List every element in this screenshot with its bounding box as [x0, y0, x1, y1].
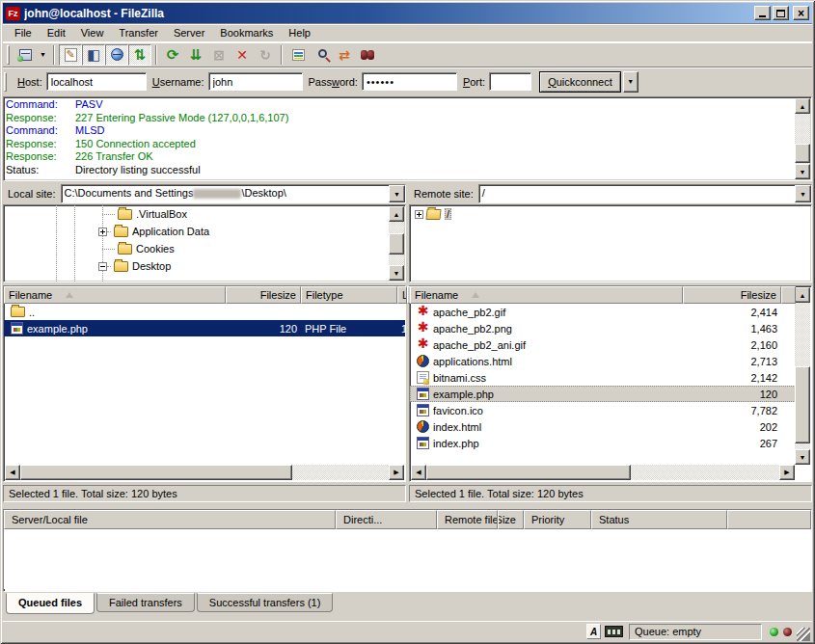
hscroll-thumb[interactable] [426, 465, 631, 480]
scroll-up-icon[interactable]: ▲ [795, 98, 810, 114]
menu-item-help[interactable]: Help [281, 25, 318, 40]
log-scrollbar[interactable]: ▲ ▼ [795, 98, 810, 179]
file-row-example-php[interactable]: example.php120 [410, 386, 796, 402]
folder-icon [118, 209, 132, 220]
local-site-combobox[interactable]: C:\Documents and Settings\Desktop\ ▼ [61, 184, 406, 203]
local-hscrollbar[interactable]: ◀ ▶ [5, 465, 404, 480]
hscroll-thumb[interactable] [20, 465, 292, 480]
process-queue-button[interactable]: ⇊ [184, 44, 207, 66]
tree-item--virtualbox[interactable]: .VirtualBox [4, 205, 389, 223]
scroll-left-icon[interactable]: ◀ [411, 465, 426, 480]
synchronized-browsing-button[interactable]: ⇄ [333, 44, 356, 66]
scroll-right-icon[interactable]: ▶ [389, 465, 404, 480]
message-log: Command:PASVResponse:227 Entering Passiv… [3, 96, 812, 181]
tree-item-cookies[interactable]: Cookies [4, 240, 389, 257]
tab-queued-files[interactable]: Queued files [6, 593, 95, 614]
toggle-message-log-button[interactable] [59, 44, 82, 66]
filter-button[interactable] [286, 44, 310, 66]
resize-grip[interactable] [797, 628, 810, 641]
log-scroll-thumb[interactable] [795, 144, 810, 163]
reconnect-button[interactable]: ↻ [254, 44, 277, 66]
scroll-down-icon[interactable]: ▼ [795, 449, 810, 465]
remote-site-combobox[interactable]: / ▼ [478, 184, 812, 203]
file-row--[interactable]: .. [4, 304, 405, 320]
minimize-button[interactable] [754, 6, 771, 20]
column-header-last-modified[interactable]: Last modified [397, 286, 407, 304]
column-header-priority[interactable]: Priority [524, 510, 591, 529]
refresh-button[interactable]: ⟳ [161, 44, 184, 66]
chevron-down-icon[interactable]: ▼ [795, 185, 811, 202]
quickconnect-dropdown-button[interactable]: ▼ [623, 71, 638, 93]
column-header-filesize[interactable]: Filesize [226, 286, 301, 304]
menu-item-file[interactable]: File [7, 25, 40, 40]
menu-item-server[interactable]: Server [166, 25, 212, 40]
local-tree-scrollbar[interactable]: ▲ ▼ [389, 206, 404, 281]
host-input[interactable] [46, 72, 147, 91]
compare-button[interactable] [310, 44, 333, 66]
scroll-right-icon[interactable]: ▶ [779, 465, 795, 480]
scroll-up-icon[interactable]: ▲ [795, 287, 810, 303]
expand-icon[interactable] [98, 228, 107, 236]
chevron-down-icon[interactable]: ▼ [389, 185, 405, 202]
find-button[interactable] [356, 44, 379, 66]
toolbar-grip[interactable] [4, 72, 7, 92]
column-header-server-local-file[interactable]: Server/Local file [4, 510, 336, 529]
menu-item-transfer[interactable]: Transfer [111, 25, 166, 40]
scroll-left-icon[interactable]: ◀ [5, 465, 20, 480]
tree-item-application-data[interactable]: Application Data [4, 223, 389, 240]
username-input[interactable] [208, 72, 303, 91]
column-header-status[interactable]: Status [591, 510, 727, 529]
toolbar-grip[interactable] [7, 45, 10, 65]
menu-item-bookmarks[interactable]: Bookmarks [212, 25, 281, 40]
tree-item-desktop[interactable]: Desktop [4, 257, 389, 275]
filesize-text: 2,142 [683, 369, 781, 386]
disconnect-button[interactable]: ✕ [231, 44, 254, 66]
file-row-favicon-ico[interactable]: favicon.ico7,782 [410, 402, 796, 418]
column-header-filesize[interactable]: Filesize [683, 286, 781, 304]
file-row-apache-pb2-png[interactable]: ✱apache_pb2.png1,463 [410, 320, 796, 336]
scroll-down-icon[interactable]: ▼ [795, 164, 810, 179]
scroll-up-icon[interactable]: ▲ [389, 206, 404, 222]
site-manager-dropdown-icon[interactable]: ▼ [37, 44, 49, 66]
file-row-apache-pb2-ani-gif[interactable]: ✱apache_pb2_ani.gif2,160 [410, 336, 796, 353]
toggle-queue-button[interactable]: ⇅ [128, 44, 151, 66]
tab-failed-transfers[interactable]: Failed transfers [96, 593, 195, 612]
column-header-filetype[interactable]: Filetype [301, 286, 397, 304]
maximize-button[interactable] [773, 6, 789, 20]
remote-vscrollbar[interactable]: ▲ ▼ [795, 287, 810, 465]
log-label: Command: [6, 124, 75, 138]
port-input[interactable] [489, 72, 531, 91]
menu-item-edit[interactable]: Edit [40, 25, 73, 40]
file-row-index-html[interactable]: index.html202 [410, 418, 796, 435]
tree-item-root[interactable]: / [410, 205, 811, 223]
column-header-filename[interactable]: Filename [410, 286, 683, 304]
column-header-directi-[interactable]: Directi... [336, 510, 437, 529]
close-button[interactable]: × [793, 6, 809, 20]
site-manager-button[interactable] [14, 44, 37, 66]
remote-hscrollbar[interactable]: ◀ ▶ [411, 465, 795, 480]
tab-successful-transfers-1-[interactable]: Successful transfers (1) [197, 593, 334, 612]
column-header-size[interactable]: Size [498, 510, 524, 529]
collapse-icon[interactable] [98, 262, 107, 271]
expand-icon[interactable] [415, 210, 423, 219]
file-row-bitnami-css[interactable]: bitnami.css2,142 [410, 369, 796, 386]
transfer-type-ascii-icon[interactable]: A [586, 624, 601, 639]
password-input[interactable] [362, 72, 457, 91]
menu-item-view[interactable]: View [73, 25, 112, 40]
vscroll-thumb[interactable] [795, 366, 810, 443]
filesize-text [226, 304, 301, 320]
tree-scroll-thumb[interactable] [389, 233, 404, 255]
file-row-index-php[interactable]: index.php267 [410, 435, 796, 451]
column-header-filename[interactable]: Filename [4, 286, 226, 304]
file-row-apache-pb2-gif[interactable]: ✱apache_pb2.gif2,414 [410, 304, 796, 320]
cancel-button[interactable]: ⊠ [207, 44, 231, 66]
column-header-remote-file[interactable]: Remote file [437, 510, 498, 529]
scroll-down-icon[interactable]: ▼ [389, 265, 404, 281]
quickconnect-button[interactable]: Quickconnect [539, 71, 621, 93]
file-row-applications-html[interactable]: applications.html2,713 [410, 353, 796, 369]
toolbar-separator [155, 45, 157, 65]
speed-limits-icon[interactable] [605, 626, 623, 637]
toggle-remote-tree-button[interactable] [105, 44, 128, 66]
file-row-example-php[interactable]: example.php120PHP File1 [4, 320, 405, 336]
toggle-local-tree-button[interactable]: ◧ [82, 44, 105, 66]
